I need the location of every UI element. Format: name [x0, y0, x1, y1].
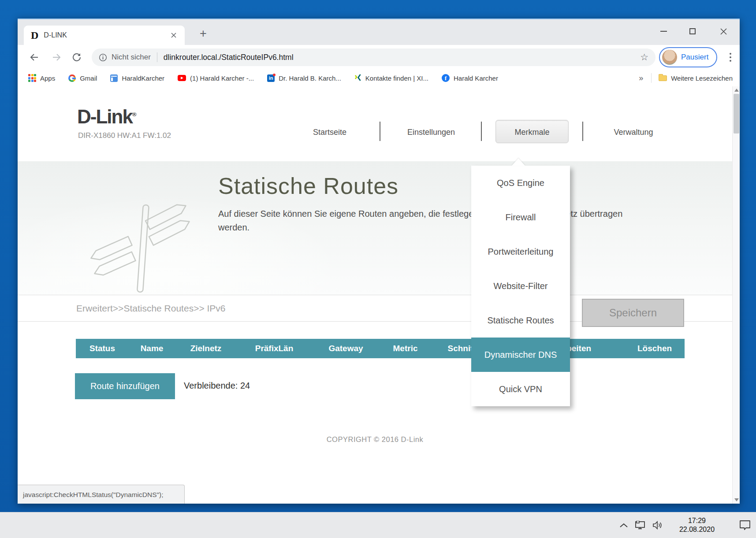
bookmark-label: HaraldKarcher [122, 74, 164, 82]
menu-item-qos-engine[interactable]: QoS Engine [471, 166, 570, 200]
minimize-icon [660, 31, 667, 32]
bookmark-label: Dr. Harald B. Karch... [279, 74, 341, 82]
col-praefixlaen: PräfixLän [237, 339, 312, 358]
registered-mark: ® [132, 111, 137, 118]
nav-separator [380, 122, 380, 141]
nav-verwaltung[interactable]: Verwaltung [614, 128, 653, 137]
dropdown-caret [512, 158, 525, 166]
clock-date: 22.08.2020 [672, 525, 722, 534]
taskbar-clock[interactable]: 17:29 22.08.2020 [672, 516, 722, 534]
volume-icon[interactable] [652, 521, 663, 530]
tab-title: D-LINK [44, 31, 168, 39]
taskbar: 17:29 22.08.2020 [0, 512, 756, 538]
linkedin-icon: in [267, 74, 275, 82]
xing-icon [354, 74, 361, 82]
google-g-icon [68, 74, 76, 82]
notification-dot [273, 74, 276, 76]
dlink-favicon-icon: D [31, 30, 38, 41]
routes-table-header: Status Name Zielnetz PräfixLän Gateway M… [76, 339, 685, 358]
page-scrollbar[interactable] [732, 86, 740, 504]
maximize-icon [689, 28, 696, 34]
bookmark-label: Kontakte finden | XI... [365, 74, 428, 82]
other-bookmarks[interactable]: Weitere Lesezeichen [659, 74, 733, 82]
nav-merkmale[interactable]: Merkmale [514, 128, 549, 137]
browser-window: D D-LINK + Nicht sicher [18, 19, 740, 504]
divider [18, 295, 732, 295]
sync-paused-label: Pausiert [681, 53, 708, 62]
window-maximize-button[interactable] [682, 21, 703, 41]
add-route-button[interactable]: Route hinzufügen [75, 373, 175, 399]
new-tab-button[interactable]: + [195, 26, 211, 41]
network-icon[interactable] [634, 521, 646, 530]
folder-icon [659, 75, 667, 81]
bookmark-label: Harald Karcher [454, 74, 498, 82]
youtube-icon [178, 75, 186, 81]
tab-strip: D D-LINK + [18, 19, 740, 45]
menu-item-website-filter[interactable]: Website-Filter [471, 269, 570, 303]
avatar [662, 50, 677, 65]
menu-item-quick-vpn[interactable]: Quick VPN [471, 372, 570, 406]
remaining-routes-label: Verbleibende: 24 [184, 381, 250, 391]
copyright-text: COPYRIGHT © 2016 D-Link [18, 435, 732, 444]
facebook-icon: f [442, 74, 450, 82]
browser-tab[interactable]: D D-LINK [24, 26, 185, 45]
close-tab-icon[interactable] [168, 30, 179, 41]
bookmarks-separator [651, 73, 652, 83]
bookmark-linkedin[interactable]: in Dr. Harald B. Karch... [267, 74, 341, 82]
address-separator [157, 52, 157, 62]
apps-label: Apps [40, 74, 55, 82]
other-bookmarks-label: Weitere Lesezeichen [671, 74, 733, 82]
nav-einstellungen[interactable]: Einstellungen [407, 128, 455, 137]
clock-time: 17:29 [672, 516, 722, 525]
apps-shortcut[interactable]: Apps [28, 74, 55, 82]
apps-grid-icon [28, 74, 36, 82]
bookmark-label: (1) Harald Karcher -... [190, 74, 254, 82]
dlink-logo: D-Link® [77, 106, 136, 128]
nav-separator [582, 122, 583, 141]
profile-chip[interactable]: Pausiert [659, 47, 717, 67]
browser-toolbar: Nicht sicher dlinkrouter.local./StaticRo… [18, 45, 740, 70]
window-minimize-button[interactable] [653, 21, 674, 41]
bookmark-haraldkarcher[interactable]: HaraldKarcher [110, 74, 164, 82]
nav-startseite[interactable]: Startseite [313, 128, 346, 137]
menu-item-portweiterleitung[interactable]: Portweiterleitung [471, 234, 570, 269]
status-bar-link-preview: javascript:CheckHTMLStatus("DynamicDNS")… [18, 485, 185, 504]
forward-icon[interactable] [50, 51, 63, 63]
notification-center-icon[interactable] [739, 520, 751, 531]
col-gateway: Gateway [312, 339, 380, 358]
tray-chevron-up-icon[interactable] [619, 523, 628, 528]
col-loeschen: Löschen [625, 339, 685, 358]
menu-item-dynamischer-dns[interactable]: Dynamischer DNS [471, 338, 570, 372]
security-label[interactable]: Nicht sicher [112, 53, 151, 62]
bookmarks-bar: Apps Gmail HaraldKarcher (1) Harald Karc… [18, 70, 740, 86]
col-zielnetz: Zielnetz [175, 339, 237, 358]
router-model-label: DIR-X1860 HW:A1 FW:1.02 [78, 131, 171, 140]
nav-separator [481, 122, 482, 141]
menu-item-firewall[interactable]: Firewall [471, 200, 570, 234]
bookmark-label: Gmail [80, 74, 97, 82]
browser-menu-icon[interactable] [724, 50, 737, 64]
reload-icon[interactable] [71, 51, 83, 63]
bookmarks-overflow-chevron[interactable]: » [639, 74, 643, 83]
scroll-down-icon[interactable] [734, 498, 739, 501]
col-name: Name [129, 339, 175, 358]
url-text[interactable]: dlinkrouter.local./StaticRouteIPv6.html [164, 53, 640, 62]
address-bar[interactable]: Nicht sicher dlinkrouter.local./StaticRo… [92, 48, 655, 66]
bookmark-facebook[interactable]: f Harald Karcher [442, 74, 498, 82]
bookmark-gmail[interactable]: Gmail [68, 74, 97, 82]
features-dropdown-menu: QoS Engine Firewall Portweiterleitung We… [471, 166, 570, 406]
save-button[interactable]: Speichern [582, 299, 684, 327]
bookmark-youtube[interactable]: (1) Harald Karcher -... [178, 74, 254, 82]
menu-item-statische-routes[interactable]: Statische Routes [471, 303, 570, 338]
blue-window-icon [110, 74, 118, 82]
info-icon[interactable] [99, 53, 107, 62]
window-close-button[interactable] [713, 21, 734, 41]
back-icon[interactable] [28, 51, 41, 63]
bookmark-star-icon[interactable]: ☆ [640, 52, 648, 63]
bookmark-xing[interactable]: Kontakte finden | XI... [354, 74, 428, 82]
scroll-up-icon[interactable] [734, 89, 739, 92]
scrollbar-thumb[interactable] [734, 94, 739, 134]
page-title: Statische Routes [218, 173, 398, 199]
signpost-graphic [84, 199, 203, 298]
breadcrumb: Erweitert>>Statische Routes>> IPv6 [76, 303, 226, 314]
